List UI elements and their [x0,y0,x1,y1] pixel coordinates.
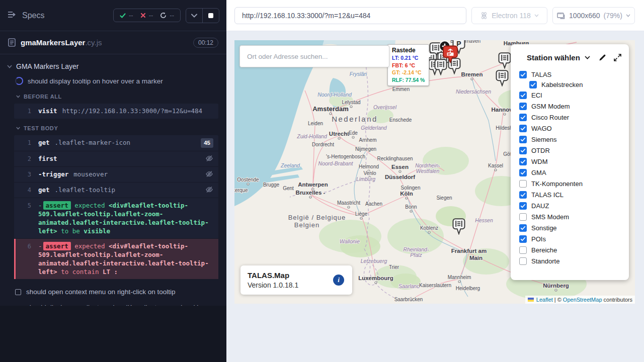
checkbox-checked[interactable] [519,224,527,232]
checkbox-checked[interactable] [519,125,527,132]
panel-item-label: Cisco Router [531,114,569,121]
spec-ext: .cy.js [85,38,102,47]
station-marker-icon[interactable] [498,52,511,71]
browser-select[interactable]: Electron 118 [471,7,547,24]
panel-checkbox-item[interactable]: POIs [519,233,629,244]
chevron-down-icon[interactable] [585,56,590,59]
checkbox-checked[interactable] [519,235,527,243]
viewport-select[interactable]: 1000x660 (79%) [552,7,635,24]
leaflet-link[interactable]: Leaflet [536,297,553,303]
station-marker-icon[interactable] [496,70,509,88]
station-marker-icon[interactable] [452,218,465,237]
command-row-visit[interactable]: 1 visit http://192.168.10.33:3000/?m=12&… [14,104,218,119]
map-label: Noord-Brabant [318,160,354,166]
checkbox-unchecked[interactable] [519,180,527,188]
specs-title[interactable]: Specs [22,11,44,20]
panel-checkbox-item[interactable]: ECI [519,89,629,101]
info-icon[interactable]: i [333,275,344,286]
checkbox-unchecked[interactable] [519,213,527,221]
x-icon [140,13,146,18]
command-number: 5 [14,201,38,210]
map-label: Kaiserslautern [419,283,451,288]
specs-menu-icon[interactable] [7,10,17,21]
pending-test-row[interactable]: should open context menu on right-click … [0,284,226,300]
panel-checkbox-item[interactable]: WAGO [519,123,629,134]
checkbox-checked[interactable] [519,136,527,143]
checkbox-checked[interactable] [519,158,527,165]
spec-row[interactable]: gmaMarkersLayer.cy.js 00:12 [0,31,226,54]
reporter-header: Specs -- -- -- [0,0,226,31]
station-panel-list: TALASKabelstreckenECIGSM ModemCisco Rout… [511,68,629,266]
panel-checkbox-item[interactable]: DAUZ [519,200,629,211]
checkbox-checked[interactable] [519,92,527,99]
test-body-header[interactable]: TEST BODY [0,120,226,134]
assert-text: -assert expected <div#leaflet-tooltip-50… [38,242,213,276]
map-label: Hessen [475,217,493,223]
expand-fullscreen-icon[interactable] [613,53,622,62]
map-label: Limburg [356,176,375,182]
collapse-chevron-button[interactable] [186,9,202,23]
panel-checkbox-item[interactable]: SMS Modem [519,211,629,222]
station-panel-title[interactable]: Station wählen [527,53,580,62]
panel-checkbox-item[interactable]: Cisco Router [519,112,629,123]
panel-checkbox-item[interactable]: Standorte [519,255,629,266]
running-spinner-icon [15,77,23,85]
panel-checkbox-item[interactable]: TK-Komponenten [519,178,629,189]
command-row-get-tooltip[interactable]: 4 get .leaflet-tooltip [14,183,218,198]
panel-checkbox-item[interactable]: GMA [519,167,629,178]
alarm-station-marker-icon[interactable] [442,45,458,65]
before-all-header[interactable]: BEFORE ALL [0,88,226,102]
assert-row-failed[interactable]: 6 -assert expected <div#leaflet-tooltip-… [14,239,218,279]
map-label: Antwerpen [298,182,328,188]
checkbox-checked[interactable] [529,81,537,88]
panel-checkbox-item[interactable]: GSM Modem [519,101,629,112]
leaflet-map[interactable]: Noord-HollandFryslânLelystadAmsterdamOve… [234,40,635,304]
command-number: 4 [14,186,38,195]
panel-checkbox-item[interactable]: TALAS [519,69,629,80]
map-search-input[interactable] [239,45,389,67]
map-label: Heidelberg [456,286,480,291]
marker-tooltip: Rastede LT: 0.21 °CFBT: 6 °CGT: -2.14 °C… [387,44,429,86]
chevron-down-icon [534,14,539,17]
panel-checkbox-item[interactable]: Sonstige [519,222,629,233]
reporter-sidebar: Specs -- -- -- gmaMarkersLayer.cy.js [0,0,226,362]
app-version: Version 1.0.18.1 [248,281,345,290]
station-panel-header: Station wählen [511,44,629,68]
osm-link[interactable]: OpenStreetMap [563,297,602,303]
map-label: Zeeland [280,162,300,168]
viewport-ruler-icon [557,12,566,19]
checkbox-unchecked[interactable] [519,257,527,265]
suite-row[interactable]: GMA Markers Layer [0,59,226,73]
stop-button[interactable] [202,9,219,23]
panel-checkbox-item[interactable]: WDM [519,156,629,167]
checkbox-checked[interactable] [519,202,527,210]
checkbox-checked[interactable] [519,114,527,121]
checkbox-checked[interactable] [519,71,527,78]
command-number: 1 [14,138,38,147]
panel-checkbox-item[interactable]: Siemens [519,134,629,145]
test-tree: GMA Markers Layer should display tooltip… [0,54,226,326]
command-row-get-marker[interactable]: 1 get .leaflet-marker-icon 45 [14,135,218,151]
map-label: Bremen [461,71,483,77]
checkbox-unchecked[interactable] [519,246,527,254]
edit-pencil-icon[interactable] [598,53,607,62]
test-title: should display tooltip on hover over a m… [28,77,163,85]
assert-row-passed[interactable]: 5 -assert expected <div#leaflet-tooltip-… [14,198,218,239]
panel-item-label: TALAS [531,71,551,78]
command-row-trigger[interactable]: 3 -trigger mouseover [14,167,218,183]
panel-item-label: DAUZ [531,202,549,210]
url-input[interactable] [234,7,466,24]
checkbox-checked[interactable] [519,191,527,199]
checkbox-checked[interactable] [519,147,527,154]
spec-name: gmaMarkersLayer.cy.js [21,38,102,47]
panel-item-label: OTDR [531,147,550,154]
panel-checkbox-item[interactable]: OTDR [519,145,629,156]
checkbox-checked[interactable] [519,103,527,110]
checkbox-checked[interactable] [519,169,527,176]
active-test-row[interactable]: should display tooltip on hover over a m… [0,73,226,88]
panel-checkbox-item[interactable]: Bereiche [519,244,629,255]
map-label: Koblenz [420,225,438,231]
panel-checkbox-item[interactable]: Kabelstrecken [529,80,629,89]
command-row-first[interactable]: 2 first [14,151,218,167]
panel-checkbox-item[interactable]: TALAS ICL [519,189,629,200]
